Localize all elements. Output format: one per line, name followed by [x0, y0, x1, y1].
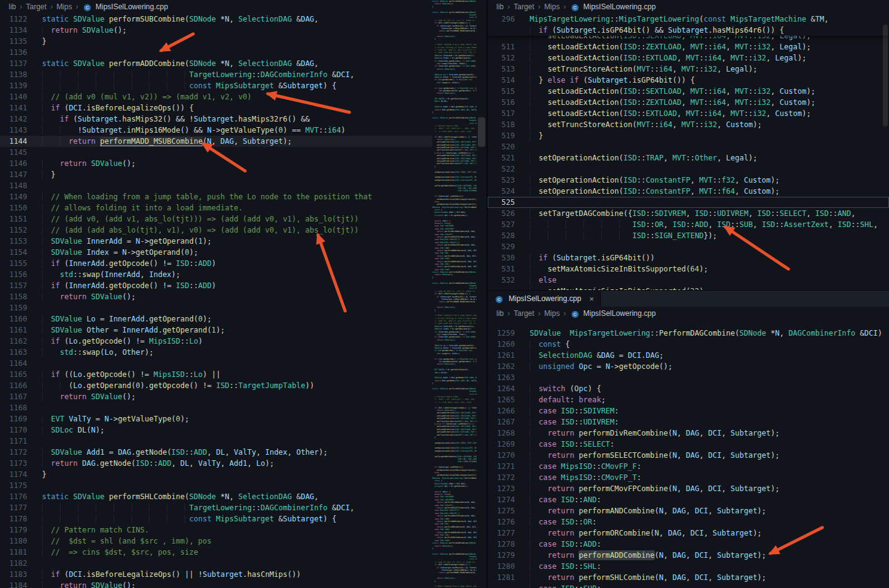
code-text[interactable]: } — [42, 469, 46, 480]
code-text[interactable]: setLoadExtAction(ISD::EXTLOAD, MVT::i64,… — [530, 108, 811, 119]
code-text[interactable]: if (Subtarget.isGP64bit() && Subtarget.h… — [530, 25, 784, 36]
code-text[interactable]: default: break; — [530, 394, 606, 405]
code-text[interactable]: setMaxAtomicSizeInBitsSupported(64); — [530, 263, 708, 275]
code-text[interactable]: if (DCI.isBeforeLegalizeOps()) { — [42, 102, 194, 114]
code-line[interactable]: 1155 if (InnerAdd.getOpcode() != ISD::AD… — [0, 258, 486, 269]
code-line[interactable]: 522 — [488, 164, 889, 175]
code-line[interactable]: 1278 case ISD::ADD: — [488, 539, 889, 550]
line-number[interactable]: 1168 — [0, 402, 27, 413]
line-number[interactable]: 1167 — [0, 391, 27, 402]
code-text[interactable]: return SDValue(); — [42, 158, 136, 169]
code-line[interactable]: case ISD::SUB: — [488, 583, 889, 588]
code-text[interactable]: return performMADD_MSUBCombine(N, DAG, S… — [42, 136, 292, 147]
line-number[interactable]: 1140 — [0, 91, 27, 102]
code-area[interactable]: setLoadExtAction(ISD::SEXTLOAD, MVT::i64… — [488, 30, 889, 290]
code-line[interactable]: 1181 // => cins $dst, $src, pos, size — [0, 547, 486, 558]
code-text[interactable]: const MipsSubtarget &Subtarget) { — [42, 513, 336, 524]
line-number[interactable]: 1176 — [0, 491, 27, 502]
line-number[interactable]: 1181 — [0, 547, 27, 558]
line-number[interactable]: 1276 — [488, 516, 515, 528]
line-number[interactable]: 1184 — [0, 580, 27, 588]
code-text[interactable]: case ISD::UDIVREM: — [530, 416, 619, 428]
code-line[interactable]: 1159 — [0, 302, 486, 313]
line-number[interactable]: 1143 — [0, 125, 27, 136]
code-line[interactable]: 517 setLoadExtAction(ISD::EXTLOAD, MVT::… — [488, 108, 889, 119]
code-line[interactable]: 524 setOperationAction(ISD::ConstantFP, … — [488, 186, 889, 197]
code-text[interactable]: setLoadExtAction(ISD::SEXTLOAD, MVT::i64… — [530, 86, 816, 97]
code-line[interactable]: 1143 !Subtarget.inMips16Mode() && N->get… — [0, 125, 486, 136]
code-line[interactable]: 1156 std::swap(InnerAdd, Index); — [0, 269, 486, 280]
line-number[interactable]: 1171 — [0, 436, 27, 447]
code-line[interactable]: 1150 // allows folding it into a load im… — [0, 202, 486, 213]
line-number[interactable]: 1156 — [0, 269, 27, 280]
line-number[interactable]: 1262 — [488, 361, 515, 372]
minimap[interactable]: static SDValue performSUBCombine(SDNode … — [432, 0, 477, 588]
code-text[interactable]: } — [42, 169, 56, 180]
code-line[interactable]: 530 if (Subtarget.isGP64bit()) — [488, 252, 889, 263]
code-line[interactable]: 1169 EVT ValTy = N->getValueType(0); — [0, 413, 486, 424]
line-number[interactable]: 1157 — [0, 280, 27, 291]
code-line[interactable]: 528 ISD::SIGN_EXTEND}); — [488, 230, 889, 241]
code-line[interactable]: 1273 return performCMovFPCombine(N, DAG,… — [488, 483, 889, 494]
code-text[interactable]: case MipsISD::CMovFP_F: — [530, 461, 641, 472]
code-text[interactable]: unsigned Opc = N->getOpcode(); — [530, 361, 672, 372]
code-text[interactable]: switch (Opc) { — [530, 383, 601, 394]
code-line[interactable]: 1148 — [0, 180, 486, 191]
code-text[interactable]: static SDValue performSUBCombine(SDNode … — [42, 14, 319, 25]
code-line[interactable]: 527 ISD::OR, ISD::ADD, ISD::SUB, ISD::As… — [488, 219, 889, 230]
code-text[interactable]: SDLoc DL(N); — [42, 424, 104, 436]
line-number[interactable]: 1146 — [0, 158, 27, 169]
line-number[interactable]: 513 — [488, 64, 515, 75]
line-number[interactable]: 1155 — [0, 258, 27, 269]
code-text[interactable]: if (DCI.isBeforeLegalizeOps() || !Subtar… — [42, 569, 301, 580]
code-text[interactable]: setOperationAction(ISD::ConstantFP, MVT:… — [530, 175, 780, 186]
code-line[interactable]: 1153 SDValue InnerAdd = N->getOperand(1)… — [0, 236, 486, 247]
line-number[interactable]: 515 — [488, 86, 515, 97]
line-number[interactable] — [488, 583, 515, 588]
code-text[interactable]: setTruncStoreAction(MVT::i64, MVT::i32, … — [530, 119, 762, 130]
line-number[interactable]: 1149 — [0, 191, 27, 202]
line-number[interactable]: 1263 — [488, 372, 515, 383]
scrollbar[interactable] — [477, 0, 486, 588]
code-line[interactable]: 1136 — [0, 47, 486, 58]
code-text[interactable]: SDValue MipsTargetLowering::PerformDAGCo… — [530, 328, 882, 339]
code-line[interactable]: 1259SDValue MipsTargetLowering::PerformD… — [488, 328, 889, 339]
code-line[interactable]: 511 setLoadExtAction(ISD::ZEXTLOAD, MVT:… — [488, 41, 889, 52]
breadcrumb-item[interactable]: MipsISelLowering.cpp — [583, 309, 656, 318]
code-line[interactable]: 1180 // $dst = shl (and $src , imm), pos — [0, 536, 486, 547]
breadcrumb-item[interactable]: MipsISelLowering.cpp — [583, 2, 656, 11]
code-line[interactable]: 1141 if (DCI.isBeforeLegalizeOps()) { — [0, 102, 486, 114]
line-number[interactable]: 1163 — [0, 347, 27, 358]
line-number[interactable]: 1165 — [0, 369, 27, 380]
line-number[interactable]: 520 — [488, 141, 515, 152]
code-text[interactable]: if (Subtarget.hasMips32() && !Subtarget.… — [42, 114, 310, 125]
line-number[interactable]: 1148 — [0, 180, 27, 191]
line-number[interactable]: 524 — [488, 186, 515, 197]
code-text[interactable]: case ISD::OR: — [530, 516, 596, 528]
code-text[interactable]: } — [42, 36, 46, 47]
code-line[interactable]: 1182 — [0, 558, 486, 569]
code-line[interactable]: 1172 SDValue Add1 = DAG.getNode(ISD::ADD… — [0, 447, 486, 458]
line-number[interactable]: 1272 — [488, 472, 515, 483]
line-number[interactable]: 522 — [488, 164, 515, 175]
line-number[interactable]: 1164 — [0, 358, 27, 369]
line-number[interactable]: 1166 — [0, 380, 27, 391]
line-number[interactable]: 296 — [488, 14, 515, 25]
line-number[interactable]: 1277 — [488, 528, 515, 539]
code-text[interactable]: else — [530, 275, 556, 286]
line-number[interactable]: 1141 — [0, 102, 27, 114]
code-line[interactable]: 1262 unsigned Opc = N->getOpcode(); — [488, 361, 889, 372]
breadcrumb-item[interactable]: MipsISelLowering.cpp — [96, 2, 168, 11]
code-line[interactable]: 1144 return performMADD_MSUBCombine(N, D… — [0, 136, 486, 147]
code-line[interactable]: 1276 case ISD::OR: — [488, 516, 889, 528]
line-number[interactable]: 1158 — [0, 291, 27, 302]
code-text[interactable]: } else if (Subtarget.isGP64bit()) { — [530, 75, 695, 86]
code-text[interactable]: setTargetDAGCombine({ISD::SDIVREM, ISD::… — [530, 208, 856, 219]
code-text[interactable]: return performANDCombine(N, DAG, DCI, Su… — [530, 505, 766, 516]
code-text[interactable]: MipsTargetLowering::MipsTargetLowering(c… — [530, 14, 828, 25]
line-number[interactable]: 1279 — [488, 550, 515, 561]
code-line[interactable]: 1152 // (add (add abs_lo(tjt), v1), v0) … — [0, 225, 486, 236]
line-number[interactable]: 532 — [488, 275, 515, 286]
code-text[interactable]: return SDValue(); — [42, 580, 136, 588]
code-line[interactable]: 1137static SDValue performADDCombine(SDN… — [0, 58, 486, 69]
